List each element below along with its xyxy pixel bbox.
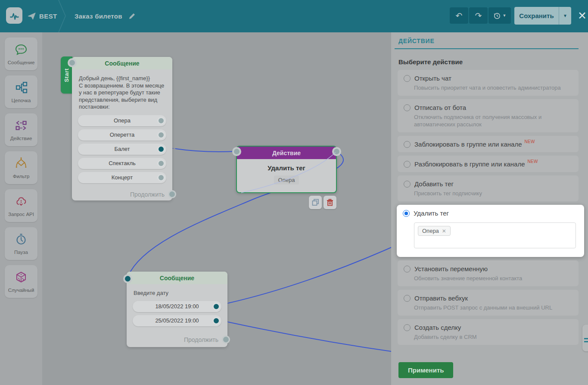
- radio-unselected-icon[interactable]: [404, 266, 411, 272]
- radio-unselected-icon[interactable]: [404, 141, 411, 148]
- action-option[interactable]: Отписать от ботаОтключить подписчика от …: [398, 99, 579, 132]
- node-button[interactable]: 25/05/2022 19:00: [133, 315, 221, 326]
- save-button[interactable]: Сохранить ▼: [514, 7, 571, 25]
- undo-button[interactable]: ↶: [450, 7, 468, 24]
- app-logo[interactable]: [6, 7, 22, 24]
- sidebar-item-label: Действие: [10, 136, 32, 141]
- node-button-port[interactable]: [212, 303, 220, 310]
- message-text: Добрый день, {{first_name}}С возвращение…: [79, 75, 165, 111]
- edit-title-button[interactable]: [128, 13, 136, 20]
- radio-unselected-icon[interactable]: [404, 161, 411, 168]
- node-button-port[interactable]: [157, 145, 165, 153]
- sidebar-item-label: Сообщение: [8, 60, 35, 65]
- option-label: Установить переменную: [414, 265, 488, 272]
- node-button[interactable]: Спектакль: [78, 158, 166, 169]
- sidebar-item-filter[interactable]: Фильтр: [5, 151, 37, 184]
- pencil-icon: [128, 13, 136, 20]
- action-node-input-port[interactable]: [232, 147, 241, 156]
- sidebar-item-random-dice[interactable]: Случайный: [5, 265, 37, 298]
- continue-port[interactable]: [222, 335, 230, 344]
- close-icon[interactable]: ✕: [578, 9, 587, 22]
- action-option[interactable]: Добавить тегПрисвоить тег подписчику: [398, 175, 579, 201]
- delete-node-button[interactable]: [324, 196, 336, 209]
- history-clock-icon: [493, 12, 501, 19]
- node-button-port[interactable]: [157, 131, 165, 139]
- tag-input[interactable]: Опера✕: [414, 222, 576, 248]
- radio-unselected-icon[interactable]: [404, 324, 411, 331]
- message-node-2-header: Сообщение: [127, 272, 227, 284]
- node-button[interactable]: Концерт: [78, 172, 166, 183]
- copy-icon: [312, 199, 319, 206]
- breadcrumb-chevron: [55, 0, 68, 32]
- radio-selected-icon[interactable]: [403, 210, 410, 217]
- redo-button[interactable]: ↷: [469, 7, 488, 24]
- radio-unselected-icon[interactable]: [404, 295, 411, 302]
- option-description: Повысить приоритет чата и оповестить адм…: [414, 84, 572, 91]
- trash-icon: [327, 199, 333, 206]
- history-button[interactable]: ▼: [488, 7, 511, 24]
- message-node-2-input-port[interactable]: [123, 274, 132, 283]
- node-button[interactable]: 18/05/2022 19:00: [133, 301, 221, 312]
- sidebar-item-pause-clock[interactable]: Пауза: [5, 227, 37, 260]
- message-text: Введите дату: [134, 290, 221, 297]
- redo-icon: ↷: [475, 11, 482, 21]
- sidebar-item-label: Цепочка: [12, 98, 31, 103]
- continue-label: Продолжить: [184, 336, 218, 343]
- tag-chip-label: Опера: [422, 228, 439, 234]
- radio-unselected-icon[interactable]: [404, 104, 411, 111]
- action-option[interactable]: Заблокировать в группе или каналеNEW: [398, 136, 579, 152]
- top-header: BEST Заказ билетов ↶ ↷ ▼: [0, 0, 588, 32]
- action-icon: [15, 119, 28, 134]
- node-button-port[interactable]: [157, 174, 165, 182]
- action-node[interactable]: Действие Удалить тег Опера: [236, 146, 337, 193]
- sidebar-item-label: Фильтр: [13, 174, 30, 179]
- bot-name[interactable]: BEST: [39, 13, 57, 20]
- sidebar-item-message-bubble[interactable]: Сообщение: [5, 38, 37, 70]
- filter-icon: [15, 157, 28, 172]
- node-button-label: Оперетта: [110, 131, 134, 138]
- action-option[interactable]: Создать сделкуДобавить сделку в CRM: [398, 319, 579, 345]
- option-label: Отписать от бота: [414, 104, 466, 111]
- action-option[interactable]: Разблокировать в группе или каналеNEW: [398, 156, 579, 172]
- action-node-output-port[interactable]: [332, 147, 341, 156]
- collapsed-side-widget[interactable]: [582, 325, 588, 351]
- node-button-port[interactable]: [157, 160, 165, 167]
- telegram-icon: [28, 12, 36, 20]
- node-button-label: Опера: [114, 117, 131, 124]
- node-type-label: Действие: [272, 150, 301, 157]
- message-node-2[interactable]: Сообщение Введите дату 18/05/2022 19:00 …: [127, 272, 227, 347]
- pause-clock-icon: [15, 233, 28, 247]
- node-button[interactable]: Оперетта: [78, 129, 166, 141]
- node-button[interactable]: Опера: [78, 115, 166, 126]
- flow-chain-icon: [15, 81, 28, 96]
- radio-unselected-icon[interactable]: [404, 181, 411, 188]
- continue-port[interactable]: [168, 190, 176, 198]
- option-description: Отправить POST запрос с данными на внешн…: [414, 304, 572, 311]
- node-button-port[interactable]: [212, 317, 220, 325]
- option-description: Отключить подписчика от получения массов…: [414, 113, 572, 128]
- option-label: Удалить тег: [414, 210, 449, 217]
- duplicate-node-button[interactable]: [309, 196, 322, 209]
- panel-heading: ДЕЙСТВИЕ: [395, 38, 579, 44]
- remove-tag-icon[interactable]: ✕: [442, 228, 446, 234]
- node-palette-sidebar: Сообщение Цепочка Действие Фильтр Запрос…: [0, 32, 42, 385]
- option-label: Отправить вебхук: [414, 294, 468, 302]
- action-option[interactable]: Открыть чатПовысить приоритет чата и опо…: [398, 70, 579, 96]
- new-badge: NEW: [528, 159, 538, 164]
- api-request-icon: [15, 195, 28, 210]
- node-button-port[interactable]: [157, 117, 165, 125]
- radio-unselected-icon[interactable]: [404, 75, 411, 82]
- message-node-1-input-port[interactable]: [68, 58, 77, 67]
- sidebar-item-api-request[interactable]: Запрос API: [5, 189, 37, 222]
- node-button[interactable]: Балет: [78, 144, 166, 155]
- action-option[interactable]: Установить переменнуюОбновить значение п…: [398, 260, 579, 286]
- sidebar-item-action[interactable]: Действие: [5, 113, 37, 146]
- save-dropdown-button[interactable]: ▼: [559, 7, 571, 25]
- action-option-selected[interactable]: Удалить тегОпера✕: [397, 205, 584, 257]
- sidebar-item-flow-chain[interactable]: Цепочка: [5, 75, 37, 108]
- action-option[interactable]: Отправить вебхукОтправить POST запрос с …: [398, 290, 579, 316]
- action-node-header: Действие: [237, 147, 336, 159]
- message-node-1[interactable]: Сообщение Добрый день, {{first_name}}С в…: [72, 57, 172, 200]
- apply-button[interactable]: Применить: [398, 362, 453, 378]
- action-settings-panel: ДЕЙСТВИЕ Выберите действие Открыть чатПо…: [391, 32, 588, 385]
